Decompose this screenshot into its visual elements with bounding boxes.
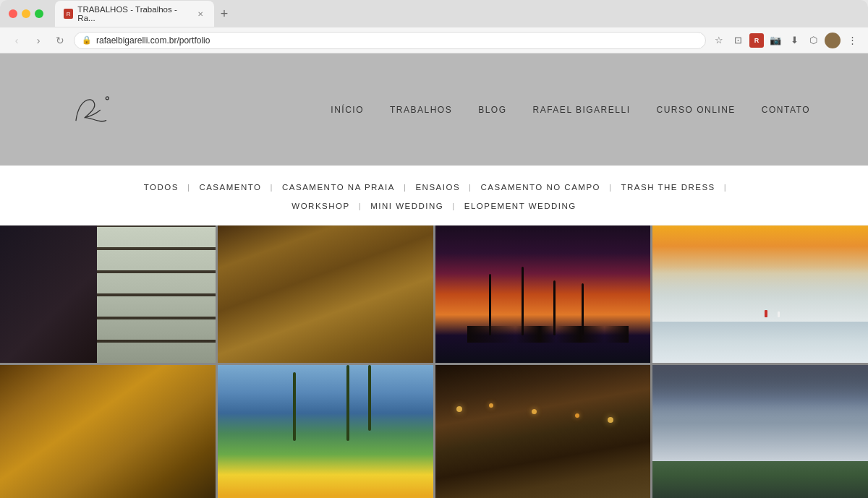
lock-icon: 🔒 [82, 35, 92, 45]
tab-title: TRABALHOS - Trabalhos - Ra... [77, 5, 191, 22]
browser-window: R TRABALHOS - Trabalhos - Ra... ✕ + ‹ › … [0, 0, 868, 498]
maximize-window-button[interactable] [35, 9, 43, 18]
nav-curso[interactable]: CURSO ONLINE [656, 105, 735, 115]
photo-cell-1[interactable] [0, 226, 216, 363]
photo-cell-4[interactable] [652, 226, 868, 363]
svg-point-0 [106, 96, 109, 99]
tab-close-button[interactable]: ✕ [196, 9, 205, 19]
website-content: INÍCIO TRABALHOS BLOG RAFAEL BIGARELLI C… [0, 53, 868, 498]
minimize-window-button[interactable] [22, 9, 30, 18]
filter-casamento-campo[interactable]: CASAMENTO NO CAMPO [475, 181, 606, 193]
filter-casamento-praia[interactable]: CASAMENTO NA PRAIA [276, 181, 401, 193]
address-bar[interactable]: 🔒 rafaelbigarelli.com.br/portfolio [74, 32, 706, 49]
back-button[interactable]: ‹ [9, 33, 25, 48]
filter-mini-wedding[interactable]: MINI WEDDING [365, 200, 449, 212]
filter-elopement[interactable]: ELOPEMENT WEDDING [459, 200, 582, 212]
filter-ensaios[interactable]: ENSAIOS [409, 181, 466, 193]
logo-area [58, 87, 203, 133]
forward-button[interactable]: › [30, 33, 46, 48]
photo-cell-3[interactable] [435, 226, 651, 363]
site-logo[interactable] [58, 87, 130, 130]
photo-cell-2[interactable] [218, 226, 433, 363]
traffic-lights [9, 9, 43, 18]
filter-row-1: TODOS | CASAMENTO | CASAMENTO NA PRAIA |… [138, 181, 731, 193]
main-nav: INÍCIO TRABALHOS BLOG RAFAEL BIGARELLI C… [203, 105, 810, 115]
tab-bar: R TRABALHOS - Trabalhos - Ra... ✕ + [55, 1, 859, 27]
menu-icon[interactable]: ⋮ [845, 33, 859, 48]
nav-blog[interactable]: BLOG [478, 105, 506, 115]
filter-todos[interactable]: TODOS [138, 181, 184, 193]
profile-icon[interactable] [825, 33, 841, 48]
photo-cell-7[interactable] [435, 365, 651, 498]
photo-cell-6[interactable] [218, 365, 433, 498]
extensions-icon[interactable]: ⬡ [806, 33, 820, 48]
nav-rafael[interactable]: RAFAEL BIGARELLI [533, 105, 631, 115]
browser-titlebar: R TRABALHOS - Trabalhos - Ra... ✕ + [0, 0, 868, 27]
photo-cell-8[interactable] [652, 365, 868, 498]
toolbar-icons: ☆ ⊡ R 📷 ⬇ ⬡ ⋮ [712, 33, 859, 48]
download-icon[interactable]: ⬇ [787, 33, 801, 48]
close-window-button[interactable] [9, 9, 17, 18]
photo-cell-5[interactable] [0, 365, 216, 498]
nav-trabalhos[interactable]: TRABALHOS [390, 105, 452, 115]
filter-trash[interactable]: TRASH THE DRESS [616, 181, 721, 193]
photo-grid [0, 226, 868, 498]
extension-icon-red[interactable]: R [749, 33, 764, 48]
filter-workshop[interactable]: WORKSHOP [286, 200, 355, 212]
filter-casamento[interactable]: CASAMENTO [193, 181, 267, 193]
cast-icon[interactable]: ⊡ [731, 33, 745, 48]
camera-icon[interactable]: 📷 [768, 33, 783, 48]
refresh-button[interactable]: ↻ [52, 33, 68, 48]
site-header: INÍCIO TRABALHOS BLOG RAFAEL BIGARELLI C… [0, 53, 868, 166]
tab-favicon: R [64, 9, 73, 19]
nav-inicio[interactable]: INÍCIO [331, 105, 364, 115]
url-text: rafaelbigarelli.com.br/portfolio [96, 35, 210, 46]
bookmark-icon[interactable]: ☆ [712, 33, 726, 48]
nav-contato[interactable]: CONTATO [762, 105, 810, 115]
filter-bar: TODOS | CASAMENTO | CASAMENTO NA PRAIA |… [0, 166, 868, 226]
filter-row-2: WORKSHOP | MINI WEDDING | ELOPEMENT WEDD… [286, 200, 582, 212]
new-tab-button[interactable]: + [214, 4, 234, 24]
browser-toolbar: ‹ › ↻ 🔒 rafaelbigarelli.com.br/portfolio… [0, 27, 868, 53]
active-tab[interactable]: R TRABALHOS - Trabalhos - Ra... ✕ [55, 1, 214, 27]
